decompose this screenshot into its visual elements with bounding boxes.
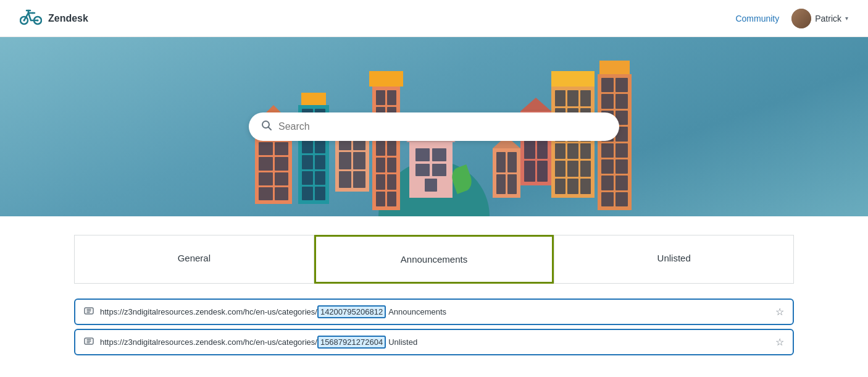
url-text-1: https://z3ndigitalresources.zendesk.com/… <box>100 307 769 316</box>
url-row-unlisted[interactable]: https://z3ndigitalresources.zendesk.com/… <box>74 329 794 355</box>
search-input[interactable] <box>278 121 607 132</box>
category-announcements[interactable]: Announcements <box>314 235 554 284</box>
category-unlisted[interactable]: Unlisted <box>554 235 794 284</box>
logo-icon <box>20 8 42 29</box>
url-label-2: Unlisted <box>388 337 417 347</box>
url-text-2: https://z3ndigitalresources.zendesk.com/… <box>100 337 769 347</box>
avatar <box>791 9 811 28</box>
search-input-wrapper <box>249 112 619 141</box>
building-4 <box>372 87 400 210</box>
header: Zendesk Community Patrick ▾ <box>0 0 868 37</box>
search-bar[interactable] <box>249 112 619 141</box>
brand-name: Zendesk <box>48 13 88 24</box>
categories-grid: General Announcements Unlisted <box>74 235 794 284</box>
building-house <box>409 142 453 198</box>
url-icon-2 <box>84 336 94 348</box>
building-6 <box>598 74 632 210</box>
building-8 <box>493 148 520 198</box>
url-row-announcements[interactable]: https://z3ndigitalresources.zendesk.com/… <box>74 299 794 325</box>
search-icon <box>261 120 272 133</box>
category-general[interactable]: General <box>74 235 314 284</box>
url-id-highlight-2: 15687921272604 <box>317 336 386 349</box>
url-icon-1 <box>84 306 94 318</box>
url-label-1: Announcements <box>388 307 446 316</box>
header-right: Community Patrick ▾ <box>735 9 848 28</box>
main-content: General Announcements Unlisted https://z… <box>0 216 868 374</box>
user-name: Patrick <box>815 14 841 23</box>
star-icon-2[interactable]: ☆ <box>775 336 784 348</box>
url-rows: https://z3ndigitalresources.zendesk.com/… <box>74 299 794 355</box>
community-link[interactable]: Community <box>735 14 779 23</box>
url-id-highlight-1: 14200795206812 <box>317 305 386 318</box>
user-menu[interactable]: Patrick ▾ <box>791 9 848 28</box>
header-left: Zendesk <box>20 8 88 29</box>
hero-banner <box>0 37 868 216</box>
building-5 <box>551 87 595 198</box>
chevron-down-icon: ▾ <box>845 15 848 22</box>
star-icon-1[interactable]: ☆ <box>775 306 784 318</box>
svg-line-7 <box>269 127 272 130</box>
